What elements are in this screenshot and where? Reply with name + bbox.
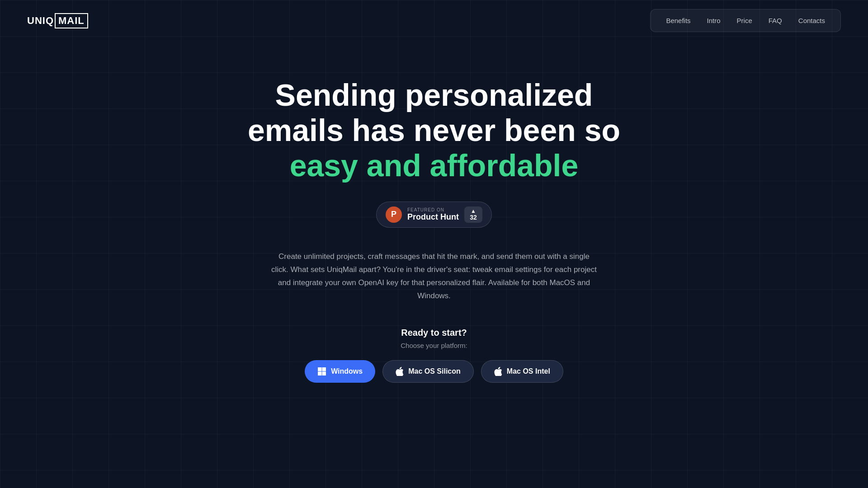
svg-rect-3 [322, 371, 326, 375]
hero-title-highlight: easy and affordable [290, 148, 579, 183]
svg-rect-1 [322, 367, 326, 371]
mac-intel-button-label: Mac OS Intel [507, 367, 550, 375]
hero-title-line2: emails has never been so [248, 113, 620, 147]
svg-rect-0 [318, 367, 322, 371]
main-content: Sending personalized emails has never be… [0, 41, 868, 383]
svg-rect-2 [318, 371, 322, 375]
hero-description: Create unlimited projects, craft message… [271, 250, 597, 303]
cta-buttons: Windows Mac OS Silicon [305, 360, 563, 383]
product-hunt-votes: ▲ 32 [464, 206, 482, 223]
cta-title: Ready to start? [401, 328, 467, 338]
cta-section: Ready to start? Choose your platform: Wi… [305, 328, 563, 383]
mac-silicon-button-label: Mac OS Silicon [408, 367, 461, 375]
product-hunt-name: Product Hunt [407, 212, 459, 222]
apple-icon-silicon [396, 367, 404, 376]
nav-link-price[interactable]: Price [731, 14, 759, 27]
logo-text: UNIQMAIL [27, 13, 88, 28]
apple-icon-intel [494, 367, 502, 376]
windows-download-button[interactable]: Windows [305, 360, 375, 383]
product-hunt-featured-label: FEATURED ON [407, 207, 459, 212]
product-hunt-text: FEATURED ON Product Hunt [407, 207, 459, 222]
nav-link-benefits[interactable]: Benefits [660, 14, 697, 27]
nav-links: Benefits Intro Price FAQ Contacts [650, 9, 841, 32]
hero-title-line1: Sending personalized [275, 78, 593, 112]
mac-intel-download-button[interactable]: Mac OS Intel [481, 360, 563, 383]
product-hunt-logo: P [386, 206, 402, 223]
upvote-arrow-icon: ▲ [471, 208, 476, 214]
windows-icon [317, 367, 326, 376]
hero-title: Sending personalized emails has never be… [248, 77, 620, 183]
nav-link-contacts[interactable]: Contacts [792, 14, 831, 27]
cta-subtitle: Choose your platform: [401, 342, 467, 349]
nav-link-faq[interactable]: FAQ [762, 14, 788, 27]
mac-silicon-download-button[interactable]: Mac OS Silicon [382, 360, 474, 383]
vote-count: 32 [470, 214, 477, 221]
navbar: UNIQMAIL Benefits Intro Price FAQ Contac… [0, 0, 868, 41]
nav-link-intro[interactable]: Intro [701, 14, 727, 27]
windows-button-label: Windows [331, 367, 363, 375]
logo: UNIQMAIL [27, 13, 88, 28]
product-hunt-badge[interactable]: P FEATURED ON Product Hunt ▲ 32 [376, 202, 492, 228]
